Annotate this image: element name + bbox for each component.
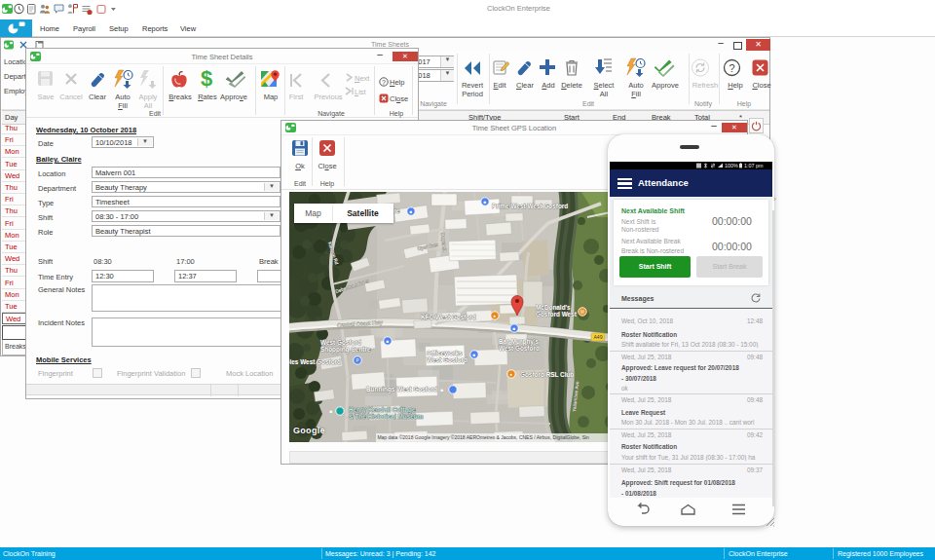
svg-text:?: ? xyxy=(382,79,386,86)
svg-text:KFC West Gosford: KFC West Gosford xyxy=(421,314,476,320)
svg-text:& The Historical Museum: & The Historical Museum xyxy=(349,413,424,420)
svg-text:Shopping Centre: Shopping Centre xyxy=(320,346,371,354)
svg-text:West Gosford: West Gosford xyxy=(499,345,540,352)
svg-text:Officeworks: Officeworks xyxy=(427,350,463,356)
svg-text:McDonald's: McDonald's xyxy=(536,304,571,311)
svg-text:?: ? xyxy=(729,62,734,74)
svg-text:P: P xyxy=(355,358,358,363)
svg-text:■: ■ xyxy=(473,353,476,357)
svg-text:100%: 100% xyxy=(725,163,738,168)
svg-text:Prime West West Gosford: Prime West West Gosford xyxy=(492,203,568,209)
svg-text:■: ■ xyxy=(387,339,390,344)
svg-text:●: ● xyxy=(510,372,513,377)
svg-text:Coles West Gosford: Coles West Gosford xyxy=(289,358,341,365)
svg-text:1:07 pm: 1:07 pm xyxy=(744,163,764,168)
svg-text:Gosford West: Gosford West xyxy=(536,311,578,317)
svg-text:■: ■ xyxy=(410,209,413,214)
svg-text:■: ■ xyxy=(330,409,333,414)
svg-text:■: ■ xyxy=(441,388,444,392)
svg-text:$: $ xyxy=(201,68,212,89)
svg-text:M: M xyxy=(580,310,584,315)
svg-text:A49: A49 xyxy=(593,334,602,340)
svg-text:Bunnings West Gosford: Bunnings West Gosford xyxy=(366,386,437,393)
svg-text:West Gosford: West Gosford xyxy=(427,356,468,363)
svg-text:■: ■ xyxy=(484,200,487,205)
svg-text:West Gosford: West Gosford xyxy=(320,339,361,346)
svg-text:Gosford RSL Club: Gosford RSL Club xyxy=(520,371,574,378)
svg-text:●: ● xyxy=(494,314,497,318)
svg-text:■: ■ xyxy=(513,326,516,331)
